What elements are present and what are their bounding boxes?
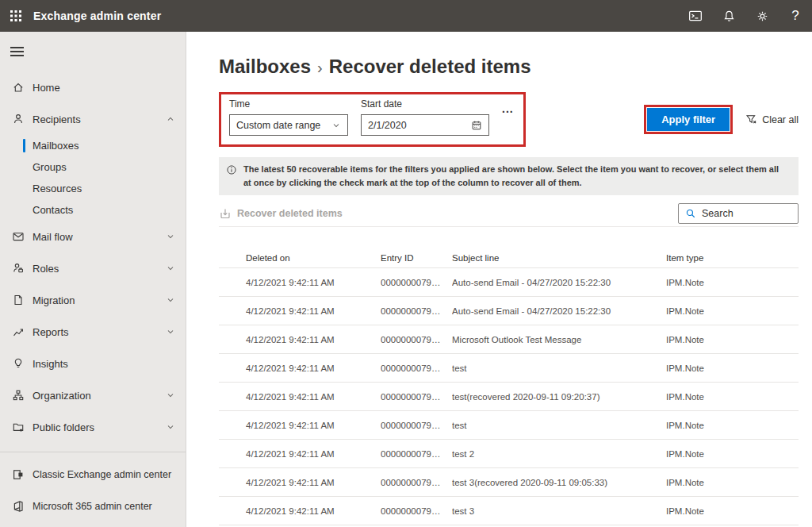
sidebar-item-migration[interactable]: Migration [0,284,186,316]
sidebar-item-classic-exchange-admin-center[interactable]: Classic Exchange admin center [0,459,186,490]
sidebar-item-label: Mailboxes [33,140,79,152]
cell-deleted-on: 4/12/2021 9:42:11 AM [246,364,381,373]
shell: Home Recipients Mailboxes [0,32,812,527]
cell-subject-line: test 2 [452,449,666,459]
table-row[interactable]: 4/12/2021 9:42:11 AM0000000079881...Auto… [219,268,799,297]
person-badge-icon [11,262,25,275]
info-icon [226,164,237,179]
cell-item-type: IPM.Note [666,335,799,344]
cell-entry-id: 0000000079881... [381,506,452,516]
sidebar-item-public-folders[interactable]: Public folders [0,411,186,443]
recover-deleted-items-button[interactable]: Recover deleted items [219,207,343,220]
breadcrumb-mailboxes-link[interactable]: Mailboxes [219,56,311,78]
cell-entry-id: 0000000079881... [381,449,452,459]
cell-item-type: IPM.Note [666,449,799,459]
cell-deleted-on: 4/12/2021 9:42:11 AM [246,278,381,287]
powershell-icon[interactable] [679,0,712,32]
sidebar-item-label: Insights [33,358,176,370]
lightbulb-icon [11,357,25,371]
more-filters-button[interactable]: ... [502,102,515,136]
sidebar-item-home[interactable]: Home [0,71,186,103]
sidebar-item-label: Classic Exchange admin center [33,469,176,480]
app-launcher-icon[interactable] [0,0,32,32]
sidebar-item-mailboxes[interactable]: Mailboxes [0,135,186,156]
sidebar-item-label: Microsoft 365 admin center [33,501,176,512]
waffle-icon [10,10,22,22]
filter-annotation-box: Time Custom date range Start date [219,92,526,147]
search-icon [685,208,696,219]
start-date-picker[interactable] [361,114,489,136]
recoverable-items-table: Deleted on Entry ID Subject line Item ty… [219,248,799,525]
breadcrumb: Mailboxes › Recover deleted items [219,56,799,78]
hamburger-menu-icon[interactable] [0,38,35,65]
sidebar-item-label: Resources [33,183,82,194]
cell-deleted-on: 4/12/2021 9:42:11 AM [246,392,381,402]
time-dropdown-value: Custom date range [236,120,320,131]
cell-entry-id: 0000000079881... [381,335,452,344]
cell-entry-id: 0000000079881... [381,392,452,402]
apply-filter-button[interactable]: Apply filter [647,108,730,131]
clear-all-label: Clear all [762,114,799,125]
help-icon[interactable]: ? [779,0,812,32]
cell-item-type: IPM.Note [666,392,799,402]
sidebar-item-mail-flow[interactable]: Mail flow [0,221,186,252]
exchange-admin-center-app: Exchange admin center ? [0,0,812,527]
clear-all-button[interactable]: Clear all [745,113,799,125]
cell-item-type: IPM.Note [666,478,799,487]
sidebar-item-contacts[interactable]: Contacts [0,199,186,221]
search-input[interactable] [702,208,791,219]
cell-item-type: IPM.Note [666,306,799,316]
sidebar-divider [0,452,186,452]
chevron-down-icon [165,327,176,337]
table-header-row: Deleted on Entry ID Subject line Item ty… [219,248,799,268]
cell-subject-line: test [452,421,666,430]
start-date-label: Start date [361,98,489,110]
person-icon [11,113,25,126]
sidebar-item-label: Roles [33,263,165,275]
filter-row: Time Custom date range Start date [219,92,799,147]
table-body: 4/12/2021 9:42:11 AM0000000079881...Auto… [219,268,799,525]
chevron-down-icon [165,422,176,432]
filter-actions: Apply filter Clear all [644,105,799,134]
sidebar-item-organization[interactable]: Organization [0,379,186,411]
breadcrumb-separator: › [317,59,323,77]
sidebar-item-roles[interactable]: Roles [0,252,186,284]
list-toolbar: Recover deleted items [219,200,799,227]
table-row[interactable]: 4/12/2021 9:42:11 AM0000000079881...Micr… [219,325,799,354]
table-row[interactable]: 4/12/2021 9:42:11 AM0000000079881...test… [219,468,799,497]
top-bar: Exchange admin center ? [0,0,812,32]
start-date-input[interactable] [368,120,447,131]
sidebar-item-recipients[interactable]: Recipients [0,103,186,135]
sidebar-item-label: Home [33,82,176,94]
table-row[interactable]: 4/12/2021 9:42:11 AM0000000079881...test… [219,383,799,411]
cell-deleted-on: 4/12/2021 9:42:11 AM [246,506,381,516]
time-dropdown[interactable]: Custom date range [229,114,348,136]
calendar-icon[interactable] [471,120,482,131]
time-label: Time [229,98,348,110]
recover-items-icon [219,207,232,220]
org-chart-icon [11,389,25,402]
column-header-subject-line[interactable]: Subject line [452,253,666,263]
table-row[interactable]: 4/12/2021 9:42:11 AM0000000079881...test… [219,440,799,468]
cell-deleted-on: 4/12/2021 9:42:11 AM [246,449,381,459]
sidebar-item-insights[interactable]: Insights [0,348,186,379]
recover-deleted-items-label: Recover deleted items [237,208,343,219]
table-row[interactable]: 4/12/2021 9:42:11 AM0000000079881...test… [219,354,799,383]
cell-item-type: IPM.Note [666,364,799,373]
cell-subject-line: test 3(recovered 2020-09-11 09:05:33) [452,478,666,487]
table-row[interactable]: 4/12/2021 9:42:11 AM0000000079881...test… [219,497,799,525]
notifications-bell-icon[interactable] [712,0,745,32]
sidebar-item-reports[interactable]: Reports [0,316,186,348]
table-row[interactable]: 4/12/2021 9:42:11 AM0000000079881...Auto… [219,297,799,325]
sidebar-item-microsoft-365-admin-center[interactable]: Microsoft 365 admin center [0,490,186,522]
column-header-item-type[interactable]: Item type [666,253,799,263]
search-box[interactable] [678,203,799,224]
sidebar-item-resources[interactable]: Resources [0,178,186,199]
column-header-entry-id[interactable]: Entry ID [381,253,452,263]
settings-gear-icon[interactable] [745,0,779,32]
document-icon [11,294,25,307]
sidebar-item-groups[interactable]: Groups [0,156,186,178]
cell-deleted-on: 4/12/2021 9:42:11 AM [246,478,381,487]
table-row[interactable]: 4/12/2021 9:42:11 AM0000000079881...test… [219,411,799,440]
column-header-deleted-on[interactable]: Deleted on [246,253,381,263]
